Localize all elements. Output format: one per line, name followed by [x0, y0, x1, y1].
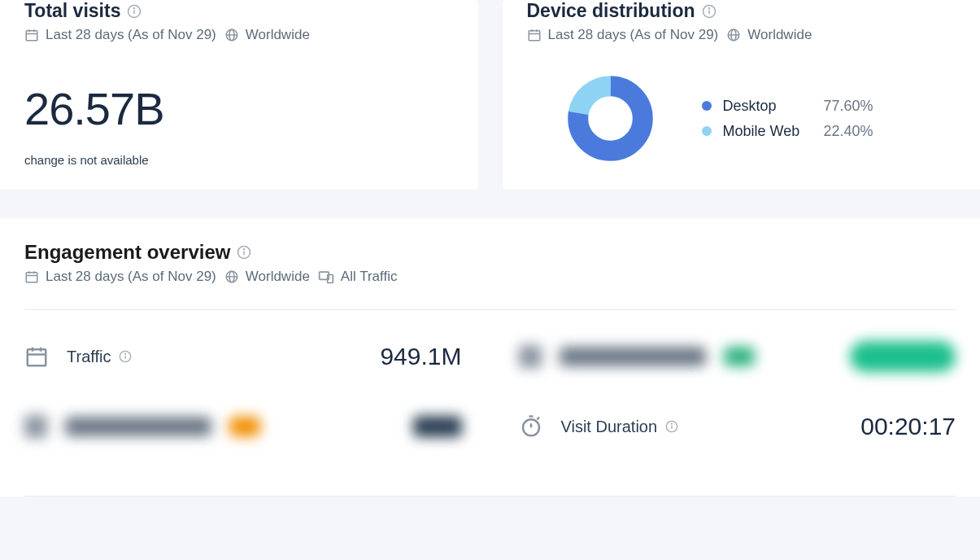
engagement-title: Engagement overview [24, 241, 956, 264]
svg-rect-13 [529, 31, 540, 41]
region-text: Worldwide [246, 269, 310, 285]
legend-label: Mobile Web [723, 123, 812, 140]
globe-icon [726, 28, 741, 42]
date-text: Last 28 days (As of Nov 29) [46, 269, 216, 285]
metric-locked-1 [519, 341, 956, 372]
total-visits-value: 26.57B [24, 82, 454, 135]
info-icon[interactable] [702, 4, 716, 19]
device-donut-chart [568, 76, 653, 161]
metric-traffic: Traffic 949.1M [24, 341, 462, 372]
svg-point-12 [708, 7, 709, 8]
locked-icon [24, 415, 47, 438]
locked-icon [519, 345, 542, 368]
total-visits-title: Total visits [24, 0, 454, 22]
locked-badge [229, 417, 260, 436]
locked-value [413, 416, 462, 437]
calendar-icon [24, 269, 39, 284]
region-text: Worldwide [246, 27, 310, 43]
svg-rect-25 [26, 273, 37, 282]
title-text: Total visits [24, 0, 120, 22]
date-range[interactable]: Last 28 days (As of Nov 29) [527, 27, 719, 43]
legend-value: 77.60% [824, 98, 873, 115]
calendar-icon [527, 28, 542, 42]
region[interactable]: Worldwide [224, 27, 310, 43]
engagement-meta: Last 28 days (As of Nov 29) Worldwide Al… [24, 269, 956, 285]
total-visits-meta: Last 28 days (As of Nov 29) Worldwide [24, 27, 454, 43]
svg-point-24 [244, 249, 245, 250]
info-icon[interactable] [237, 245, 251, 260]
region-text: Worldwide [747, 27, 812, 43]
device-distribution-card: Device distribution Last 28 days (As of … [503, 0, 981, 190]
metric-value: 949.1M [380, 343, 461, 370]
upgrade-button[interactable] [850, 341, 956, 372]
legend-label: Desktop [723, 98, 812, 115]
legend-row-desktop: Desktop 77.60% [702, 98, 873, 115]
change-note: change is not available [24, 153, 454, 167]
traffic-filter[interactable]: All Traffic [318, 269, 398, 285]
legend-value: 22.40% [824, 123, 873, 140]
bullet-icon [702, 126, 712, 136]
bullet-icon [702, 101, 712, 111]
globe-icon [224, 28, 239, 42]
svg-line-44 [537, 418, 539, 420]
svg-point-40 [125, 353, 126, 354]
info-icon[interactable] [665, 420, 678, 433]
svg-rect-3 [26, 31, 37, 41]
region[interactable]: Worldwide [726, 27, 812, 43]
date-text: Last 28 days (As of Nov 29) [548, 27, 719, 43]
devices-icon [318, 269, 334, 284]
locked-label [560, 347, 706, 366]
metric-label-text: Traffic [67, 348, 111, 366]
info-icon[interactable] [127, 4, 142, 19]
metric-label: Traffic [67, 348, 132, 366]
metric-label: Visit Duration [561, 418, 679, 436]
device-legend: Desktop 77.60% Mobile Web 22.40% [702, 98, 873, 140]
traffic-filter-text: All Traffic [341, 269, 398, 285]
svg-rect-34 [28, 349, 46, 365]
metric-locked-2 [24, 413, 462, 440]
total-visits-card: Total visits Last 28 days (As of Nov 29)… [0, 0, 478, 190]
region[interactable]: Worldwide [224, 269, 310, 285]
metric-visit-duration: Visit Duration 00:20:17 [519, 413, 956, 440]
info-icon[interactable] [119, 350, 132, 363]
stopwatch-icon [519, 414, 543, 439]
legend-row-mobile: Mobile Web 22.40% [702, 123, 873, 140]
date-text: Last 28 days (As of Nov 29) [46, 27, 216, 43]
metric-value: 00:20:17 [860, 413, 956, 440]
locked-badge [724, 347, 755, 366]
date-range[interactable]: Last 28 days (As of Nov 29) [24, 27, 216, 43]
globe-icon [224, 269, 239, 284]
title-text: Device distribution [527, 0, 695, 22]
device-meta: Last 28 days (As of Nov 29) Worldwide [527, 27, 956, 43]
svg-point-2 [134, 7, 135, 8]
engagement-overview-section: Engagement overview Last 28 days (As of … [0, 218, 980, 497]
calendar-icon [24, 344, 49, 369]
svg-point-47 [672, 423, 673, 424]
device-title: Device distribution [527, 0, 956, 22]
date-range[interactable]: Last 28 days (As of Nov 29) [24, 269, 216, 285]
metric-label-text: Visit Duration [561, 418, 658, 436]
title-text: Engagement overview [24, 241, 230, 264]
locked-label [65, 417, 211, 436]
calendar-icon [24, 28, 39, 42]
